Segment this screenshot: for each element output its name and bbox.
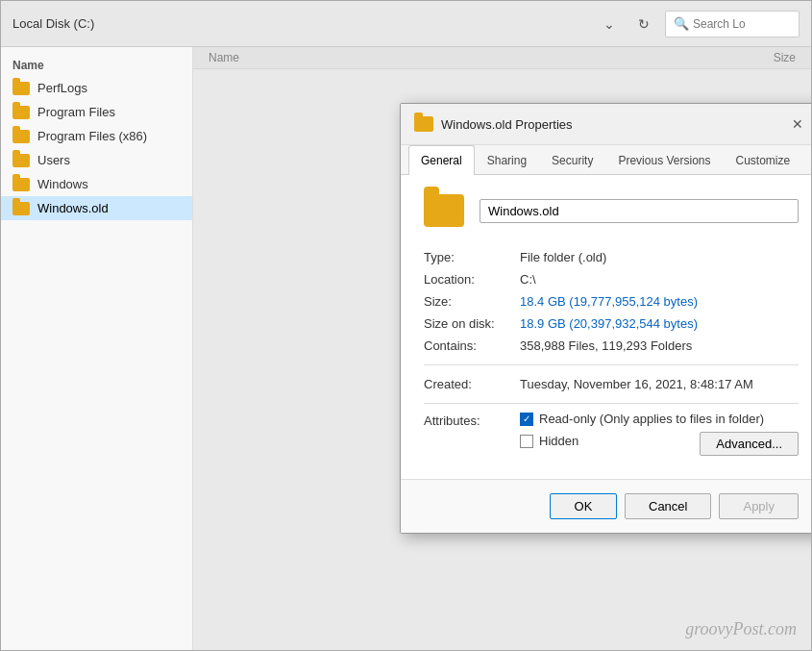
apply-button[interactable]: Apply — [719, 493, 799, 519]
dialog-title: Windows.old Properties — [414, 116, 573, 132]
tab-security[interactable]: Security — [539, 145, 605, 175]
created-table: Created: Tuesday, November 16, 2021, 8:4… — [424, 373, 799, 395]
folder-name-section — [424, 194, 799, 227]
prop-row-type: Type: File folder (.old) — [424, 246, 799, 268]
prop-label-contains: Contains: — [424, 335, 520, 357]
sidebar-item-windows[interactable]: Windows — [1, 172, 192, 196]
prop-label-size: Size: — [424, 290, 520, 313]
prop-value-created: Tuesday, November 16, 2021, 8:48:17 AM — [520, 373, 799, 395]
folder-icon — [12, 106, 30, 119]
prop-label-created: Created: — [424, 373, 520, 395]
prop-value-size: 18.4 GB (19,777,955,124 bytes) — [520, 290, 799, 313]
dialog-body: Type: File folder (.old) Location: C:\ S… — [401, 175, 811, 479]
sidebar-item-users[interactable]: Users — [1, 148, 192, 172]
title-bar: Local Disk (C:) ⌄ ↻ 🔍 — [1, 1, 811, 47]
attributes-label: Attributes: — [424, 412, 520, 428]
sidebar: Name PerfLogs Program Files Program File… — [1, 47, 193, 650]
prop-row-sizeondisk: Size on disk: 18.9 GB (20,397,932,544 by… — [424, 313, 799, 335]
prop-row-location: Location: C:\ — [424, 268, 799, 290]
hidden-checkbox-row: Hidden — [520, 434, 578, 448]
attr-second-row: Hidden Advanced... — [520, 432, 799, 456]
prop-value-type: File folder (.old) — [520, 246, 799, 268]
tab-general[interactable]: General — [408, 145, 475, 175]
large-folder-icon — [424, 194, 464, 227]
sidebar-item-label: PerfLogs — [37, 81, 87, 95]
tab-customize[interactable]: Customize — [723, 145, 802, 175]
tab-previous-versions[interactable]: Previous Versions — [605, 145, 723, 175]
search-icon: 🔍 — [674, 16, 689, 31]
sidebar-item-label: Program Files (x86) — [37, 129, 147, 143]
readonly-label: Read-only (Only applies to files in fold… — [539, 412, 764, 426]
attributes-row: Attributes: Read-only (Only applies to f… — [424, 412, 799, 456]
explorer-window: Local Disk (C:) ⌄ ↻ 🔍 Name PerfLogs Prog… — [0, 0, 812, 651]
title-bar-left: Local Disk (C:) — [12, 16, 94, 31]
hidden-label: Hidden — [539, 434, 578, 448]
prop-value-location: C:\ — [520, 268, 799, 290]
sidebar-item-programfiles[interactable]: Program Files — [1, 100, 192, 124]
tab-sharing[interactable]: Sharing — [475, 145, 539, 175]
attributes-checkboxes: Read-only (Only applies to files in fold… — [520, 412, 799, 456]
tab-previous-versions-label: Previous Versions — [618, 154, 710, 167]
sidebar-item-label: Windows.old — [37, 201, 109, 215]
folder-icon — [12, 82, 30, 95]
tab-customize-label: Customize — [735, 154, 790, 167]
tab-bar: General Sharing Security Previous Versio… — [401, 145, 811, 175]
sidebar-item-windowsold[interactable]: Windows.old — [1, 196, 192, 220]
divider-1 — [424, 364, 799, 365]
properties-dialog: Windows.old Properties ✕ General Sharing… — [400, 103, 811, 534]
tab-security-label: Security — [552, 154, 593, 167]
prop-row-size: Size: 18.4 GB (19,777,955,124 bytes) — [424, 290, 799, 313]
prop-value-sizeondisk: 18.9 GB (20,397,932,544 bytes) — [520, 313, 799, 335]
ok-button[interactable]: OK — [550, 493, 617, 519]
folder-icon — [12, 178, 30, 191]
window-title: Local Disk (C:) — [12, 16, 94, 31]
tab-general-label: General — [421, 154, 462, 167]
readonly-checkbox[interactable] — [520, 413, 533, 426]
readonly-checkbox-row: Read-only (Only applies to files in fold… — [520, 412, 799, 426]
dialog-folder-icon — [414, 116, 433, 132]
dialog-title-bar: Windows.old Properties ✕ — [401, 104, 811, 145]
sidebar-item-label: Users — [37, 153, 70, 167]
search-box: 🔍 — [665, 11, 800, 38]
folder-icon — [12, 202, 30, 215]
hidden-checkbox[interactable] — [520, 435, 533, 448]
prop-row-created: Created: Tuesday, November 16, 2021, 8:4… — [424, 373, 799, 395]
advanced-button[interactable]: Advanced... — [700, 432, 799, 456]
dialog-close-button[interactable]: ✕ — [787, 113, 808, 135]
refresh-btn[interactable]: ↻ — [630, 11, 657, 38]
sidebar-item-perflogs[interactable]: PerfLogs — [1, 76, 192, 100]
folder-icon — [12, 154, 30, 167]
main-area: Name Size Windows.old Properties ✕ — [193, 47, 811, 650]
prop-label-location: Location: — [424, 268, 520, 290]
sidebar-header: Name — [1, 55, 192, 76]
dialog-footer: OK Cancel Apply — [401, 479, 811, 533]
prop-row-contains: Contains: 358,988 Files, 119,293 Folders — [424, 335, 799, 357]
sidebar-item-label: Program Files — [37, 105, 115, 119]
attributes-section: Attributes: Read-only (Only applies to f… — [424, 412, 799, 456]
prop-value-contains: 358,988 Files, 119,293 Folders — [520, 335, 799, 357]
explorer-content: Name PerfLogs Program Files Program File… — [1, 47, 811, 650]
dialog-title-text: Windows.old Properties — [441, 117, 573, 132]
prop-label-sizeondisk: Size on disk: — [424, 313, 520, 335]
folder-name-input[interactable] — [480, 199, 799, 223]
tab-sharing-label: Sharing — [487, 154, 527, 167]
divider-2 — [424, 403, 799, 404]
search-input[interactable] — [693, 17, 791, 31]
dropdown-btn[interactable]: ⌄ — [596, 11, 623, 38]
folder-icon — [12, 130, 30, 143]
cancel-button[interactable]: Cancel — [625, 493, 711, 519]
prop-label-type: Type: — [424, 246, 520, 268]
title-bar-right: ⌄ ↻ 🔍 — [596, 11, 800, 38]
properties-table: Type: File folder (.old) Location: C:\ S… — [424, 246, 799, 357]
sidebar-item-programfiles-x86[interactable]: Program Files (x86) — [1, 124, 192, 148]
sidebar-item-label: Windows — [37, 177, 88, 191]
